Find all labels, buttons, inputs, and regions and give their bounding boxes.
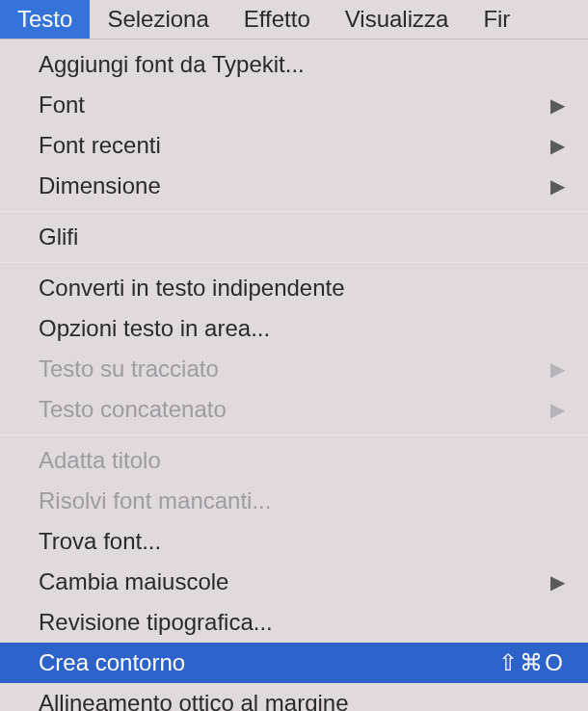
menu-item-adatta-titolo: Adatta titolo: [0, 440, 588, 481]
menu-item-allineamento-ottico[interactable]: Allineamento ottico al margine: [0, 683, 588, 711]
menu-item-label: Opzioni testo in area...: [39, 311, 270, 346]
menu-item-crea-contorno[interactable]: Crea contorno ⇧⌘O: [0, 643, 588, 683]
menubar-item-finestra[interactable]: Fir: [466, 0, 527, 39]
menu-item-label: Converti in testo indipendente: [39, 271, 345, 305]
menu-item-trova-font[interactable]: Trova font...: [0, 521, 588, 562]
chevron-right-icon: ▶: [550, 171, 565, 200]
menu-item-label: Risolvi font mancanti...: [39, 484, 271, 518]
menu-item-label: Revisione tipografica...: [39, 605, 273, 640]
menu-item-label: Font recenti: [39, 128, 161, 163]
menu-item-label: Allineamento ottico al margine: [39, 686, 349, 711]
menu-item-revisione-tipografica[interactable]: Revisione tipografica...: [0, 602, 588, 643]
menu-item-label: Cambia maiuscole: [39, 565, 228, 599]
menu-item-converti-testo-indipendente[interactable]: Converti in testo indipendente: [0, 268, 588, 308]
menu-item-label: Adatta titolo: [39, 443, 161, 478]
menu-item-glifi[interactable]: Glifi: [0, 217, 588, 257]
dropdown-menu: Aggiungi font da Typekit... Font ▶ Font …: [0, 40, 588, 711]
menu-item-testo-su-tracciato: Testo su tracciato ▶: [0, 349, 588, 389]
chevron-right-icon: ▶: [550, 355, 565, 383]
menu-group: Aggiungi font da Typekit... Font ▶ Font …: [0, 40, 588, 211]
menu-item-label: Testo concatenato: [39, 392, 227, 427]
chevron-right-icon: ▶: [550, 91, 565, 119]
menu-item-cambia-maiuscole[interactable]: Cambia maiuscole ▶: [0, 562, 588, 602]
menubar: Testo Seleziona Effetto Visualizza Fir: [0, 0, 588, 40]
chevron-right-icon: ▶: [550, 567, 565, 596]
menu-group: Glifi: [0, 212, 588, 262]
menu-item-label: Crea contorno: [39, 645, 185, 680]
menu-item-risolvi-font-mancanti: Risolvi font mancanti...: [0, 481, 588, 521]
menu-item-shortcut: ⇧⌘O: [498, 645, 565, 680]
menubar-item-testo[interactable]: Testo: [0, 0, 90, 39]
chevron-right-icon: ▶: [550, 395, 565, 424]
menu-item-label: Aggiungi font da Typekit...: [39, 47, 305, 82]
menu-item-font-recenti[interactable]: Font recenti ▶: [0, 125, 588, 166]
menu-item-testo-concatenato: Testo concatenato ▶: [0, 389, 588, 430]
menu-item-label: Testo su tracciato: [39, 352, 219, 386]
chevron-right-icon: ▶: [550, 131, 565, 160]
menu-item-label: Glifi: [39, 220, 78, 254]
menu-item-label: Font: [39, 88, 85, 122]
menu-group: Converti in testo indipendente Opzioni t…: [0, 263, 588, 434]
menubar-item-effetto[interactable]: Effetto: [227, 0, 328, 39]
menu-item-label: Dimensione: [39, 169, 161, 203]
menubar-item-seleziona[interactable]: Seleziona: [90, 0, 226, 39]
menu-item-label: Trova font...: [39, 524, 161, 559]
menu-item-aggiungi-font-typekit[interactable]: Aggiungi font da Typekit...: [0, 44, 588, 85]
menubar-item-visualizza[interactable]: Visualizza: [328, 0, 467, 39]
menu-item-opzioni-testo-area[interactable]: Opzioni testo in area...: [0, 308, 588, 349]
menu-group: Adatta titolo Risolvi font mancanti... T…: [0, 435, 588, 711]
menu-item-dimensione[interactable]: Dimensione ▶: [0, 166, 588, 206]
menu-item-font[interactable]: Font ▶: [0, 85, 588, 125]
